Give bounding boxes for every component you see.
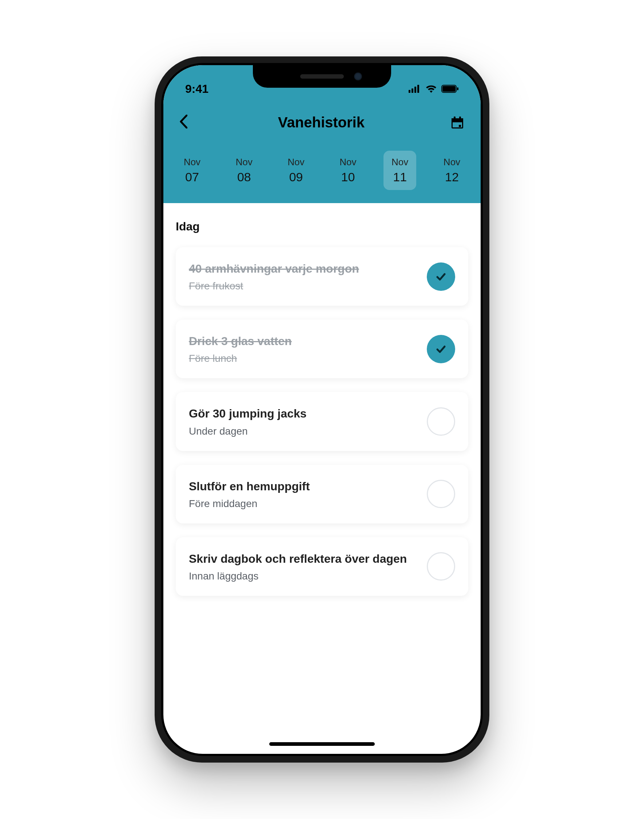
habit-card[interactable]: Gör 30 jumping jacksUnder dagen xyxy=(176,392,468,451)
svg-rect-10 xyxy=(454,117,455,120)
phone-frame: 9:41 xyxy=(155,57,489,762)
content: Idag 40 armhävningar varje morgonFöre fr… xyxy=(163,203,481,596)
notch xyxy=(253,65,391,88)
page-title: Vanehistorik xyxy=(194,114,449,131)
calendar-button[interactable] xyxy=(449,115,465,130)
battery-icon xyxy=(442,82,459,96)
wifi-icon xyxy=(425,82,437,96)
habit-subtitle: Före middagen xyxy=(189,498,418,510)
habit-title: Gör 30 jumping jacks xyxy=(189,406,418,421)
screen: 9:41 xyxy=(163,65,481,754)
habit-title: 40 armhävningar varje morgon xyxy=(189,261,418,277)
svg-rect-0 xyxy=(409,90,410,93)
date-month: Nov xyxy=(286,157,306,168)
habit-subtitle: Före frukost xyxy=(189,280,418,292)
check-icon xyxy=(435,270,447,283)
date-day: 09 xyxy=(286,170,306,184)
date-cell[interactable]: Nov09 xyxy=(280,151,313,190)
habit-text: Drick 3 glas vattenFöre lunch xyxy=(189,333,418,364)
habit-text: 40 armhävningar varje morgonFöre frukost xyxy=(189,261,418,292)
date-cell[interactable]: Nov08 xyxy=(228,151,261,190)
nav-bar: Vanehistorik xyxy=(163,101,481,143)
svg-rect-6 xyxy=(457,88,458,90)
date-cell[interactable]: Nov11 xyxy=(383,151,416,190)
section-label: Idag xyxy=(176,220,468,233)
date-strip[interactable]: Nov07Nov08Nov09Nov10Nov11Nov12 xyxy=(163,143,481,203)
svg-rect-3 xyxy=(417,85,419,93)
svg-rect-11 xyxy=(459,117,461,120)
date-day: 12 xyxy=(442,170,462,184)
habit-title: Slutför en hemuppgift xyxy=(189,479,418,494)
habit-subtitle: Före lunch xyxy=(189,353,418,364)
date-day: 11 xyxy=(390,170,410,184)
habit-list: 40 armhävningar varje morgonFöre frukost… xyxy=(176,247,468,596)
habit-text: Skriv dagbok och reflektera över dagenIn… xyxy=(189,551,418,582)
speaker-grille xyxy=(300,74,344,78)
habit-check-empty[interactable] xyxy=(427,407,455,436)
habit-card[interactable]: Drick 3 glas vattenFöre lunch xyxy=(176,320,468,378)
date-month: Nov xyxy=(182,157,202,168)
habit-title: Skriv dagbok och reflektera över dagen xyxy=(189,551,418,567)
date-day: 10 xyxy=(338,170,358,184)
date-month: Nov xyxy=(234,157,254,168)
habit-check-empty[interactable] xyxy=(427,552,455,581)
habit-subtitle: Under dagen xyxy=(189,426,418,437)
habit-text: Slutför en hemuppgiftFöre middagen xyxy=(189,479,418,510)
habit-check-done[interactable] xyxy=(427,335,455,363)
habit-subtitle: Innan läggdags xyxy=(189,570,418,582)
date-month: Nov xyxy=(390,157,410,168)
check-icon xyxy=(435,343,447,355)
habit-check-done[interactable] xyxy=(427,263,455,291)
habit-title: Drick 3 glas vatten xyxy=(189,333,418,349)
cellular-signal-icon xyxy=(409,82,421,96)
calendar-icon xyxy=(450,115,465,130)
status-right xyxy=(409,82,459,96)
date-day: 07 xyxy=(182,170,202,184)
svg-rect-8 xyxy=(452,118,463,121)
date-month: Nov xyxy=(442,157,462,168)
habit-card[interactable]: 40 armhävningar varje morgonFöre frukost xyxy=(176,247,468,306)
svg-rect-12 xyxy=(459,125,461,127)
home-indicator[interactable] xyxy=(269,742,375,746)
date-cell[interactable]: Nov10 xyxy=(331,151,364,190)
front-camera xyxy=(354,72,362,80)
svg-rect-5 xyxy=(442,86,455,92)
habit-card[interactable]: Skriv dagbok och reflektera över dagenIn… xyxy=(176,537,468,596)
habit-check-empty[interactable] xyxy=(427,480,455,508)
habit-text: Gör 30 jumping jacksUnder dagen xyxy=(189,406,418,437)
date-month: Nov xyxy=(338,157,358,168)
status-time: 9:41 xyxy=(185,82,209,96)
date-day: 08 xyxy=(234,170,254,184)
habit-card[interactable]: Slutför en hemuppgiftFöre middagen xyxy=(176,465,468,524)
svg-rect-2 xyxy=(414,87,416,93)
svg-rect-1 xyxy=(411,88,413,93)
date-cell[interactable]: Nov07 xyxy=(176,151,209,190)
phone-inner: 9:41 xyxy=(161,63,483,756)
date-cell[interactable]: Nov12 xyxy=(435,151,468,190)
back-button[interactable] xyxy=(179,112,194,132)
